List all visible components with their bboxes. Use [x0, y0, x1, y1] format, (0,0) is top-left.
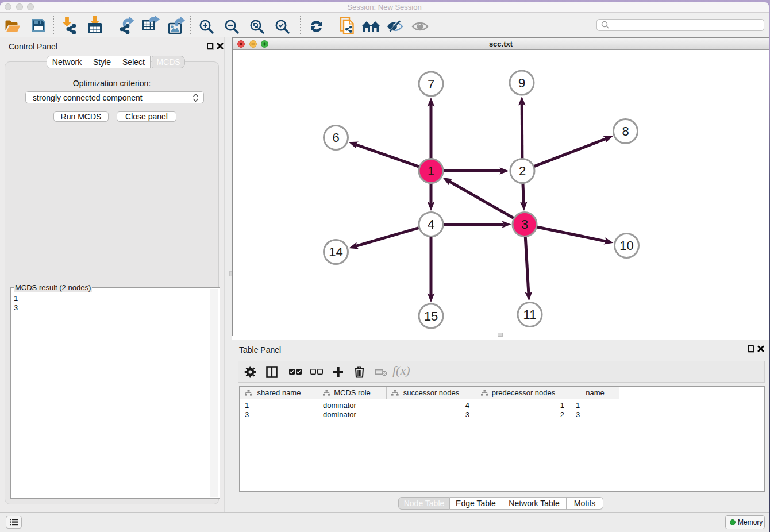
- svg-text:1: 1: [428, 164, 434, 178]
- svg-text:2: 2: [519, 164, 526, 178]
- svg-text:14: 14: [329, 245, 342, 259]
- svg-text:9: 9: [518, 76, 525, 90]
- svg-text:11: 11: [523, 307, 537, 322]
- svg-text:3: 3: [521, 217, 528, 232]
- svg-text:6: 6: [332, 130, 339, 145]
- svg-text:8: 8: [622, 124, 629, 138]
- svg-text:15: 15: [424, 309, 438, 323]
- svg-text:10: 10: [619, 238, 633, 253]
- svg-text:4: 4: [428, 217, 434, 232]
- svg-text:7: 7: [428, 77, 434, 91]
